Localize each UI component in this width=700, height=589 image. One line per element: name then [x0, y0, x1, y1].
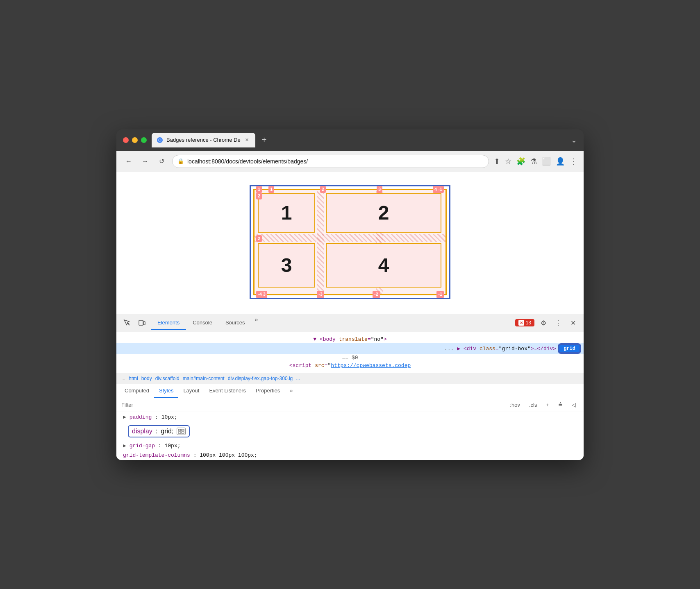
tab-console[interactable]: Console: [186, 316, 219, 330]
tab-layout[interactable]: Layout: [178, 384, 204, 398]
css-rule-display-highlighted: display : grid;: [121, 424, 196, 439]
css-rule-grid-template: grid-template-columns : 100px 100px 100p…: [116, 451, 584, 460]
tab-sources[interactable]: Sources: [219, 316, 252, 330]
inspect-element-icon[interactable]: [121, 317, 133, 328]
svg-rect-4: [143, 322, 145, 325]
grid-cell-4: 4: [326, 243, 441, 288]
styles-filter-input[interactable]: [121, 402, 504, 408]
styles-panel: Computed Styles Layout Event Listeners P…: [116, 384, 584, 460]
tab-menu-button[interactable]: ⌄: [571, 136, 577, 145]
tab-properties[interactable]: Properties: [251, 384, 285, 398]
tab-styles[interactable]: Styles: [154, 384, 178, 398]
extensions-icon[interactable]: 🧩: [516, 157, 525, 166]
address-bar: ← → ↺ 🔒 localhost:8080/docs/devtools/ele…: [116, 151, 584, 172]
line-badge-top-2: 2: [320, 186, 326, 193]
settings-icon[interactable]: ⚙: [538, 317, 549, 328]
grid-outer-border: 1 1 2 3 4 -1 2 2 -4 3 -3 -2 -1: [250, 185, 450, 299]
breadcrumb-html[interactable]: html: [129, 376, 138, 381]
error-count-badge[interactable]: ✕ 13: [515, 319, 534, 326]
grid-cell-1: 1: [258, 193, 315, 233]
dom-dollar-line: == $0: [116, 354, 584, 362]
line-badge-top-3: 3: [377, 186, 382, 193]
grid-gap-expand-icon[interactable]: ▶: [123, 443, 130, 449]
dom-body-line: ▼ <body translate="no">: [116, 335, 584, 343]
breadcrumb-more[interactable]: ...: [296, 376, 300, 381]
grid-badge[interactable]: grid: [559, 344, 580, 353]
url-text: localhost:8080/docs/devtools/elements/ba…: [187, 158, 308, 165]
dom-script-line: <script src="https://cpwebassets.codep: [116, 362, 584, 369]
profile-icon[interactable]: 👤: [556, 157, 565, 166]
svg-rect-5: [178, 429, 181, 431]
hov-button[interactable]: :hov: [507, 401, 523, 409]
traffic-lights: [123, 137, 147, 143]
active-tab[interactable]: Badges reference - Chrome De ✕: [152, 133, 255, 147]
browser-window: Badges reference - Chrome De ✕ + ⌄ ← → ↺…: [116, 129, 584, 460]
url-bar[interactable]: 🔒 localhost:8080/docs/devtools/elements/…: [172, 155, 489, 168]
forward-button[interactable]: →: [139, 156, 151, 167]
svg-rect-6: [182, 429, 184, 431]
css-rule-padding: ▶ padding : 10px;: [116, 412, 584, 422]
styles-filter-buttons: :hov .cls + ≜ ◁: [507, 401, 579, 409]
css-rule-grid-gap: ▶ grid-gap : 10px;: [116, 441, 584, 451]
dom-grid-line[interactable]: ... ▶ <div class="grid-box">…</div > gri…: [116, 343, 584, 354]
grid-visualization-wrapper: 1 1 2 3 4 -1 2 2 -4 3 -3 -2 -1: [133, 185, 567, 299]
lab-icon[interactable]: ⚗: [530, 157, 537, 166]
tab-computed[interactable]: Computed: [120, 384, 154, 398]
minimize-button[interactable]: [132, 137, 138, 143]
tab-close-button[interactable]: ✕: [244, 137, 250, 143]
more-tabs-button[interactable]: »: [252, 316, 261, 330]
copy-styles-button[interactable]: ≜: [555, 401, 566, 409]
share-icon[interactable]: ⬆: [494, 157, 500, 166]
sidebar-button[interactable]: ◁: [569, 401, 579, 409]
grid-gap-row-1: [255, 234, 445, 242]
breadcrumb-body[interactable]: body: [141, 376, 152, 381]
line-badge-top-4: 4 -1: [433, 186, 444, 193]
cls-button[interactable]: .cls: [526, 401, 540, 409]
line-badge-left-1: 2: [256, 193, 262, 199]
error-icon: ✕: [518, 320, 524, 326]
devtools-panel: Elements Console Sources » ✕ 13 ⚙ ⋮ ✕: [116, 314, 584, 460]
add-style-button[interactable]: +: [543, 401, 552, 409]
svg-rect-3: [139, 320, 143, 325]
grid-cell-3: 3: [258, 243, 315, 288]
grid-layout-icon[interactable]: [177, 428, 186, 435]
line-badge-top-1: 1: [256, 186, 262, 193]
devtools-toolbar: Elements Console Sources » ✕ 13 ⚙ ⋮ ✕: [116, 314, 584, 332]
devtools-tabs: Elements Console Sources »: [151, 316, 512, 330]
tab-elements[interactable]: Elements: [151, 316, 186, 330]
line-badge-bottom-3: -2: [373, 291, 380, 298]
more-options-icon[interactable]: ⋮: [552, 317, 564, 328]
tab-event-listeners[interactable]: Event Listeners: [204, 384, 251, 398]
tab-bar: Badges reference - Chrome De ✕ + ⌄: [152, 133, 577, 147]
display-grid-highlight: display : grid;: [128, 425, 190, 437]
split-icon[interactable]: ⬜: [542, 157, 551, 166]
breadcrumb-main[interactable]: main#main-content: [183, 376, 225, 381]
bookmark-icon[interactable]: ☆: [505, 157, 511, 166]
line-badge-left-2: 2: [256, 235, 262, 242]
svg-point-2: [159, 139, 161, 141]
line-badge-bottom-4: -1: [436, 291, 444, 298]
new-tab-button[interactable]: +: [259, 134, 270, 146]
lock-icon: 🔒: [177, 158, 184, 164]
line-badge-bottom-1: -4 3: [256, 291, 267, 298]
styles-filter-bar: :hov .cls + ≜ ◁: [116, 398, 584, 412]
devtools-right-controls: ✕ 13 ⚙ ⋮ ✕: [515, 317, 579, 328]
styles-subtabs: Computed Styles Layout Event Listeners P…: [116, 384, 584, 398]
breadcrumb: ... html body div.scaffold main#main-con…: [116, 373, 584, 384]
close-button[interactable]: [123, 137, 129, 143]
tab-title: Badges reference - Chrome De: [166, 137, 241, 143]
padding-expand-icon[interactable]: ▶: [123, 414, 130, 420]
close-devtools-icon[interactable]: ✕: [567, 317, 579, 328]
grid-cell-2: 2: [326, 193, 441, 233]
maximize-button[interactable]: [141, 137, 147, 143]
back-button[interactable]: ←: [123, 156, 134, 167]
tab-more-styles[interactable]: »: [285, 384, 298, 398]
dom-dots-1: ...: [444, 345, 454, 351]
more-icon[interactable]: ⋮: [570, 157, 577, 166]
reload-button[interactable]: ↺: [156, 156, 167, 167]
line-badge-top-1b: 1: [268, 186, 274, 193]
device-toolbar-icon[interactable]: [136, 317, 148, 328]
breadcrumb-scaffold[interactable]: div.scaffold: [155, 376, 180, 381]
breadcrumb-div[interactable]: div.display-flex.gap-top-300.lg: [228, 376, 293, 381]
error-count: 13: [526, 320, 531, 326]
